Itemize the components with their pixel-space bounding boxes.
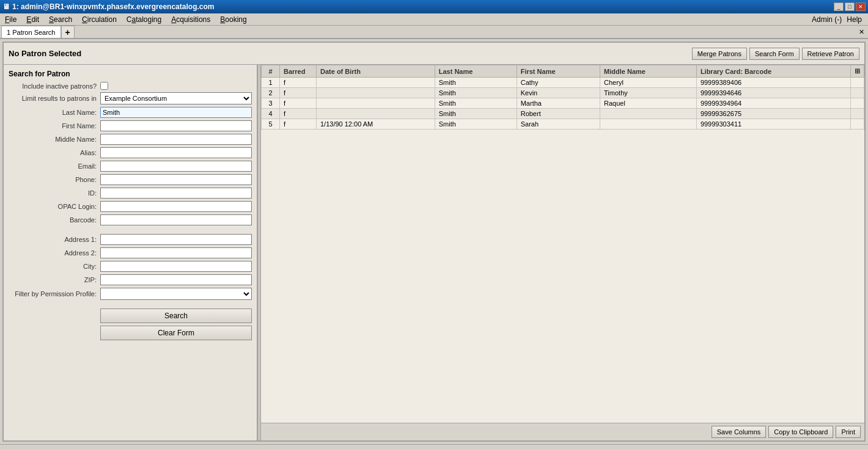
col-header-middlename: Middle Name: [600, 65, 697, 78]
no-patron-label: No Patron Selected: [9, 49, 81, 58]
cell-middlename: Raquel: [600, 98, 697, 109]
cell-firstname: Sarah: [517, 119, 600, 130]
merge-patrons-button[interactable]: Merge Patrons: [692, 48, 747, 60]
id-row: ID:: [9, 188, 252, 199]
clear-form-button[interactable]: Clear Form: [100, 326, 252, 340]
zip-label: ZIP:: [9, 276, 100, 283]
table-row[interactable]: 1 f Smith Cathy Cheryl 99999389406: [262, 78, 864, 88]
include-inactive-label: Include inactive patrons?: [9, 82, 100, 90]
cell-middlename: [600, 119, 697, 130]
search-button[interactable]: Search: [100, 308, 252, 323]
opac-login-row: OPAC Login:: [9, 201, 252, 212]
save-columns-button[interactable]: Save Columns: [712, 426, 767, 438]
admin-area: Admin (-) Help: [812, 15, 867, 24]
email-row: Email:: [9, 161, 252, 172]
limit-results-row: Limit results to patrons in Example Cons…: [9, 92, 252, 104]
admin-label[interactable]: Admin (-): [812, 15, 842, 24]
retrieve-patron-button[interactable]: Retrieve Patron: [802, 48, 859, 60]
address2-input[interactable]: [100, 247, 252, 258]
cell-dob: [317, 78, 435, 88]
add-tab-button[interactable]: +: [61, 26, 75, 38]
results-tbody: 1 f Smith Cathy Cheryl 99999389406 2 f S…: [262, 78, 864, 130]
cell-barcode: 99999362675: [696, 109, 850, 119]
menu-acquisitions[interactable]: Acquisitions: [167, 14, 214, 25]
last-name-input[interactable]: [100, 107, 252, 118]
close-button[interactable]: ✕: [856, 2, 866, 11]
col-header-lastname: Last Name: [435, 65, 517, 78]
limit-results-select[interactable]: Example Consortium: [100, 92, 252, 104]
content-area: Search for Patron Include inactive patro…: [4, 65, 864, 440]
close-tab-button[interactable]: ✕: [856, 28, 867, 36]
table-row[interactable]: 4 f Smith Robert 99999362675: [262, 109, 864, 119]
filter-profile-select[interactable]: [100, 288, 252, 300]
menu-edit[interactable]: Edit: [23, 14, 43, 25]
filter-profile-label: Filter by Permission Profile:: [9, 290, 100, 298]
email-input[interactable]: [100, 161, 252, 172]
menu-file[interactable]: File: [1, 14, 20, 25]
include-inactive-row: Include inactive patrons?: [9, 82, 252, 90]
tab-patron-search[interactable]: 1 Patron Search: [1, 26, 61, 38]
menu-cataloging[interactable]: Cataloging: [123, 14, 165, 25]
first-name-label: First Name:: [9, 122, 100, 130]
cell-middlename: [600, 109, 697, 119]
main-window: No Patron Selected Merge Patrons Search …: [2, 42, 866, 442]
cell-lastname: Smith: [435, 119, 517, 130]
search-panel: Search for Patron Include inactive patro…: [4, 65, 257, 440]
print-button[interactable]: Print: [836, 426, 861, 438]
cell-barred: f: [280, 109, 317, 119]
maximize-button[interactable]: □: [845, 2, 855, 11]
opac-login-label: OPAC Login:: [9, 203, 100, 210]
col-header-dob: Date of Birth: [317, 65, 435, 78]
search-form-button[interactable]: Search Form: [749, 48, 800, 60]
cell-expand: [851, 98, 864, 109]
middle-name-input[interactable]: [100, 134, 252, 145]
cell-middlename: Timothy: [600, 88, 697, 98]
table-row[interactable]: 3 f Smith Martha Raquel 99999394964: [262, 98, 864, 109]
cell-barcode: 99999303411: [696, 119, 850, 130]
address1-input[interactable]: [100, 234, 252, 245]
cell-firstname: Kevin: [517, 88, 600, 98]
address1-row: Address 1:: [9, 234, 252, 245]
cell-dob: 1/13/90 12:00 AM: [317, 119, 435, 130]
include-inactive-checkbox[interactable]: [100, 82, 108, 90]
barcode-input[interactable]: [100, 214, 252, 225]
alias-label: Alias:: [9, 149, 100, 156]
menu-search[interactable]: Search: [45, 14, 76, 25]
titlebar-title: 🖥 1: admin@BR1-winxpvmfx.phasefx.evergre…: [2, 2, 214, 11]
zip-row: ZIP:: [9, 274, 252, 285]
zip-input[interactable]: [100, 274, 252, 285]
cell-firstname: Cathy: [517, 78, 600, 88]
opac-login-input[interactable]: [100, 201, 252, 212]
barcode-label: Barcode:: [9, 216, 100, 224]
copy-to-clipboard-button[interactable]: Copy to Clipboard: [768, 426, 833, 438]
results-panel: # Barred Date of Birth Last Name First N…: [261, 65, 864, 440]
tabbar: 1 Patron Search + ✕: [0, 26, 868, 39]
alias-input[interactable]: [100, 147, 252, 158]
cell-expand: [851, 88, 864, 98]
table-row[interactable]: 5 f 1/13/90 12:00 AM Smith Sarah 9999930…: [262, 119, 864, 130]
address2-label: Address 2:: [9, 249, 100, 257]
phone-label: Phone:: [9, 176, 100, 183]
first-name-input[interactable]: [100, 120, 252, 131]
city-input[interactable]: [100, 261, 252, 272]
cell-barcode: 99999389406: [696, 78, 850, 88]
minimize-button[interactable]: _: [834, 2, 844, 11]
menu-circulation[interactable]: Circulation: [78, 14, 120, 25]
menu-booking[interactable]: Booking: [216, 14, 250, 25]
tab-label: 1 Patron Search: [7, 29, 56, 36]
city-label: City:: [9, 263, 100, 270]
cell-barred: f: [280, 78, 317, 88]
cell-dob: [317, 98, 435, 109]
table-row[interactable]: 2 f Smith Kevin Timothy 99999394646: [262, 88, 864, 98]
cell-firstname: Martha: [517, 98, 600, 109]
cell-lastname: Smith: [435, 88, 517, 98]
address1-label: Address 1:: [9, 236, 100, 243]
col-header-expand[interactable]: ⊞: [851, 65, 864, 78]
menubar: File Edit Search Circulation Cataloging …: [0, 13, 868, 26]
help-label[interactable]: Help: [847, 15, 862, 24]
id-input[interactable]: [100, 188, 252, 199]
phone-input[interactable]: [100, 174, 252, 185]
titlebar-controls: _ □ ✕: [834, 2, 866, 11]
alias-row: Alias:: [9, 147, 252, 158]
cell-middlename: Cheryl: [600, 78, 697, 88]
